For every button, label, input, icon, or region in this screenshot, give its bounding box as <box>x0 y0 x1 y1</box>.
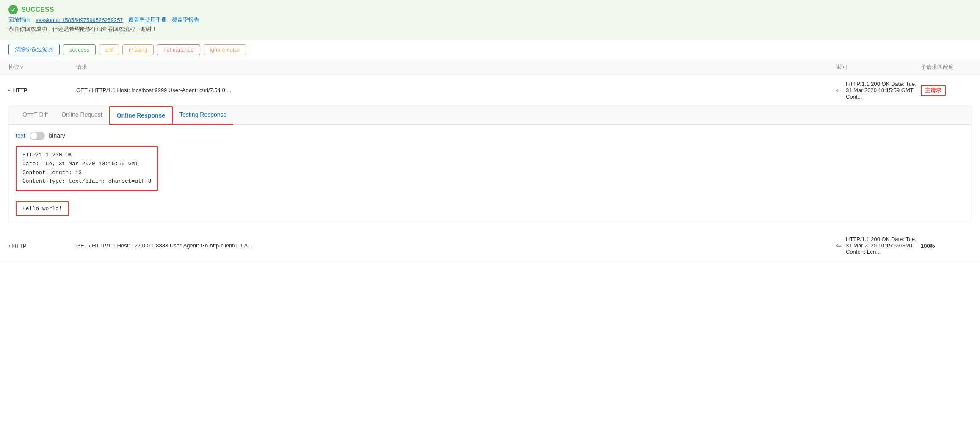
success-links: 回放指南 sessionId: 15856497599526259257 覆盖率… <box>8 16 972 24</box>
replay-guide-link[interactable]: 回放指南 <box>8 16 30 24</box>
response-header-line-3: Content-Length: 13 <box>22 169 151 178</box>
header-match: 子请求匹配度 <box>921 63 972 71</box>
coverage-report-link[interactable]: 覆盖率报告 <box>172 16 199 24</box>
protocol-label-1: HTTP <box>13 87 28 93</box>
tab-online-request[interactable]: Online Request <box>55 106 109 125</box>
success-note: 恭喜你回放成功，但还是希望能够仔细查看回放流程，谢谢！ <box>8 25 972 33</box>
table-header: 协议∨ 请求 返回 子请求匹配度 <box>0 60 980 75</box>
protocol-label-2: HTTP <box>12 243 27 249</box>
arrow-icon-1: ⇐ <box>836 86 842 94</box>
request-text-2: GET / HTTP/1.1 Host: 127.0.0.1:8888 User… <box>76 242 836 249</box>
arrow-icon-2: ⇐ <box>836 241 842 249</box>
filter-tag-success[interactable]: success <box>63 44 96 55</box>
expand-row-1-button[interactable]: › HTTP <box>8 87 76 94</box>
text-mode-label[interactable]: text <box>16 132 25 139</box>
tab-bar: O==T Diff Online Request Online Response… <box>9 106 971 125</box>
response-body-box: Hello world! <box>16 201 69 216</box>
filter-tag-ignore-noise[interactable]: ignore noise <box>204 44 246 55</box>
tab-testing-response[interactable]: Testing Response <box>173 106 233 125</box>
success-title: ✓ SUCCESS <box>8 5 972 14</box>
filter-tag-diff[interactable]: diff <box>99 44 119 55</box>
request-text-1: GET / HTTP/1.1 Host: localhost:9999 User… <box>76 87 836 93</box>
response-headers-box: HTTP/1.1 200 OK Date: Tue, 31 Mar 2020 1… <box>16 146 158 191</box>
success-banner: ✓ SUCCESS 回放指南 sessionId: 15856497599526… <box>0 0 980 39</box>
table-row: › HTTP GET / HTTP/1.1 Host: 127.0.0.1:88… <box>0 230 980 261</box>
tab-o-t-diff[interactable]: O==T Diff <box>16 106 55 125</box>
percent-badge: 100% <box>921 243 935 249</box>
expand-row-2-button[interactable]: › HTTP <box>8 242 76 249</box>
filter-tag-not-matched[interactable]: not matched <box>157 44 200 55</box>
detail-panel: O==T Diff Online Request Online Response… <box>8 106 972 223</box>
header-response: 返回 <box>836 63 921 71</box>
chevron-down-icon: › <box>6 89 13 91</box>
response-header-line-4: Content-Type: text/plain; charset=utf-8 <box>22 177 151 186</box>
filter-bar: 清除协议过滤器 success diff missing not matched… <box>0 39 980 60</box>
header-request: 请求 <box>76 63 836 71</box>
binary-mode-label: binary <box>49 132 65 139</box>
response-text-1: HTTP/1.1 200 OK Date: Tue, 31 Mar 2020 1… <box>846 81 921 100</box>
response-header-line-2: Date: Tue, 31 Mar 2020 10:15:59 GMT <box>22 160 151 169</box>
chevron-right-icon: › <box>8 242 11 249</box>
table-row: › HTTP GET / HTTP/1.1 Host: localhost:99… <box>0 75 980 106</box>
clear-filter-button[interactable]: 清除协议过滤器 <box>8 44 60 55</box>
text-binary-toggle: text binary <box>16 132 964 140</box>
response-header-line-1: HTTP/1.1 200 OK <box>22 151 151 160</box>
toggle-switch[interactable] <box>30 132 45 140</box>
coverage-manual-link[interactable]: 覆盖率使用手册 <box>128 16 167 24</box>
filter-tag-missing[interactable]: missing <box>122 44 154 55</box>
header-protocol[interactable]: 协议∨ <box>8 63 76 71</box>
success-check-icon: ✓ <box>8 5 18 14</box>
session-id-link[interactable]: sessionId: 15856497599526259257 <box>36 17 123 23</box>
main-request-badge: 主请求 <box>921 85 946 96</box>
response-text-2: HTTP/1.1 200 OK Date: Tue, 31 Mar 2020 1… <box>846 236 921 255</box>
tab-content: text binary HTTP/1.1 200 OK Date: Tue, 3… <box>9 125 971 223</box>
tab-online-response[interactable]: Online Response <box>109 106 173 125</box>
